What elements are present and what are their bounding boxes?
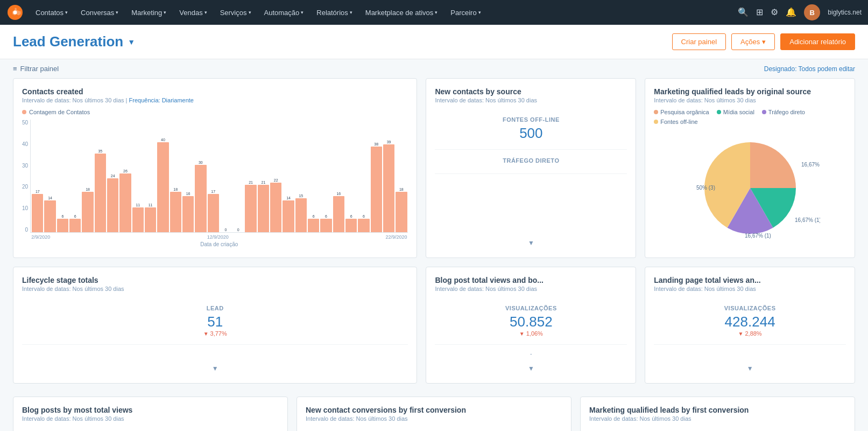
landing-views-card: Landing page total views an... Intervalo… [645, 267, 855, 384]
lifecycle-scroll[interactable]: LEAD 51 ▼ 3,77% [22, 297, 408, 362]
bar-group: 40 [157, 120, 168, 232]
source-item-direto: TRÁFEGO DIRETO [435, 150, 627, 174]
bars-container: 1714661835242611114018163017002121221415… [30, 120, 408, 233]
bar[interactable] [258, 185, 269, 232]
pie-slice-fontes-part2[interactable] [704, 142, 750, 188]
nav-marketplace[interactable]: Marketplace de ativos ▾ [360, 5, 443, 20]
bar-group: 6 [69, 120, 81, 232]
bar[interactable] [333, 196, 344, 232]
bar[interactable] [182, 196, 194, 232]
bar[interactable] [195, 165, 206, 232]
landing-views-subtitle: Intervalo de datas: Nos últimos 30 dias [654, 286, 846, 292]
bar[interactable] [157, 142, 168, 232]
bar-group: 6 [358, 120, 369, 232]
bar[interactable] [245, 185, 256, 232]
new-contacts-scroll[interactable]: FONTES OFF-LINE 500 TRÁFEGO DIRETO [435, 109, 627, 237]
chevron-down-icon: ▾ [478, 10, 481, 15]
chevron-down-icon: ▾ [249, 10, 251, 15]
hubspot-logo[interactable] [6, 4, 24, 21]
x-axis-labels: 2/9/2020 12/9/2020 22/9/2020 [30, 233, 408, 241]
chevron-down-icon: ▾ [116, 10, 118, 15]
bar[interactable] [145, 207, 156, 232]
bar-group: 11 [145, 120, 156, 232]
nav-conversas[interactable]: Conversas ▾ [75, 5, 124, 20]
pie-slice-pesquisa[interactable] [750, 142, 796, 188]
landing-views-scroll[interactable]: VISUALIZAÇÕES 428.244 ▼ 2,88% [654, 297, 846, 362]
bar-group: 39 [383, 120, 394, 232]
nav-contatos[interactable]: Contatos ▾ [30, 5, 73, 20]
blog-views-scroll[interactable]: VISUALIZAÇÕES 50.852 ▼ 1,06% - [435, 297, 627, 362]
bar[interactable] [69, 219, 81, 232]
criar-painel-button[interactable]: Criar painel [672, 33, 726, 50]
settings-icon[interactable]: ⚙ [771, 8, 778, 17]
scroll-down-icon[interactable]: ▼ [212, 365, 218, 372]
bar[interactable] [57, 219, 68, 232]
scroll-down-indicator[interactable]: ▼ [435, 237, 627, 249]
pie-chart: 16,67% (1) 16,67% (1) 16,67% (1) 50% (3) [654, 131, 846, 239]
username-label[interactable]: biglytics.net [828, 9, 862, 16]
bar-group: 16 [182, 120, 194, 232]
new-contacts-title: New contacts by source [435, 87, 627, 96]
filter-label: Filtrar painel [20, 65, 59, 73]
chevron-down-icon: ▾ [65, 10, 68, 15]
bar[interactable] [371, 147, 382, 232]
nav-parceiro[interactable]: Parceiro ▾ [445, 5, 486, 20]
bar-group: 17 [208, 120, 219, 232]
bar-group: 0 [232, 120, 244, 232]
bar[interactable] [32, 194, 43, 232]
bar[interactable] [132, 207, 144, 232]
lifecycle-card: Lifecycle stage totals Intervalo de data… [13, 267, 417, 384]
mql-first-title: Marketing qualified leads by first conve… [589, 406, 846, 414]
filter-panel-button[interactable]: ≡ Filtrar painel [13, 65, 59, 73]
arrow-down-icon: ▼ [519, 331, 525, 337]
title-chevron-icon[interactable]: ▼ [128, 38, 135, 46]
nav-vendas[interactable]: Vendas ▾ [174, 5, 212, 20]
arrow-down-icon: ▼ [203, 331, 209, 337]
bar-group: 17 [32, 120, 43, 232]
grid-icon[interactable]: ⊞ [756, 8, 763, 17]
avatar[interactable]: B [804, 4, 820, 20]
nav-relatorios[interactable]: Relatórios ▾ [311, 5, 358, 20]
assigned-link[interactable]: Todos podem editar [799, 65, 855, 73]
bar-group: 6 [345, 120, 357, 232]
contacts-chart-title: Contacts created [22, 87, 408, 96]
scroll-down-icon[interactable]: ▼ [528, 239, 534, 247]
blog-views-item: VISUALIZAÇÕES 50.852 ▼ 1,06% [435, 297, 627, 345]
nav-servicos[interactable]: Serviços ▾ [215, 5, 257, 20]
bar[interactable] [270, 183, 281, 232]
bar[interactable] [320, 219, 331, 232]
scroll-down-icon[interactable]: ▼ [528, 365, 534, 372]
bar[interactable] [283, 200, 294, 232]
bar[interactable] [44, 200, 55, 232]
svg-text:16,67% (1): 16,67% (1) [801, 162, 820, 168]
bar[interactable] [358, 219, 369, 232]
legend-item-fontes: Fontes off-line [654, 119, 698, 125]
bar[interactable] [119, 173, 131, 232]
bar[interactable] [208, 194, 219, 232]
adicionar-relatorio-button[interactable]: Adicionar relatório [780, 33, 855, 50]
bar[interactable] [170, 192, 181, 232]
bar[interactable] [308, 219, 319, 232]
blog-views-title: Blog post total views and bo... [435, 276, 627, 284]
blog-scroll-down[interactable]: ▼ [435, 362, 627, 374]
scroll-down-icon[interactable]: ▼ [747, 365, 753, 372]
nav-automacao[interactable]: Automação ▾ [259, 5, 309, 20]
bar[interactable] [295, 198, 307, 232]
dashboard-grid: Contacts created Intervalo de datas: Nos… [0, 78, 868, 397]
legend-dot-midia [717, 110, 721, 114]
chevron-down-icon: ▾ [762, 38, 766, 46]
landing-scroll-down[interactable]: ▼ [654, 362, 846, 374]
bar[interactable] [383, 144, 394, 232]
bar[interactable] [396, 192, 407, 232]
search-icon[interactable]: 🔍 [738, 8, 749, 17]
frequency-link[interactable]: Frequência: Diariamente [129, 97, 194, 103]
lifecycle-scroll-down[interactable]: ▼ [22, 362, 408, 374]
bar[interactable] [82, 192, 93, 232]
acoes-button[interactable]: Ações ▾ [731, 33, 775, 50]
nav-marketing[interactable]: Marketing ▾ [126, 5, 172, 20]
blog-scroll-up[interactable]: ▲ [22, 427, 279, 431]
bar[interactable] [107, 178, 118, 232]
bar[interactable] [95, 154, 106, 232]
bar[interactable] [345, 219, 357, 232]
notification-icon[interactable]: 🔔 [786, 8, 796, 17]
